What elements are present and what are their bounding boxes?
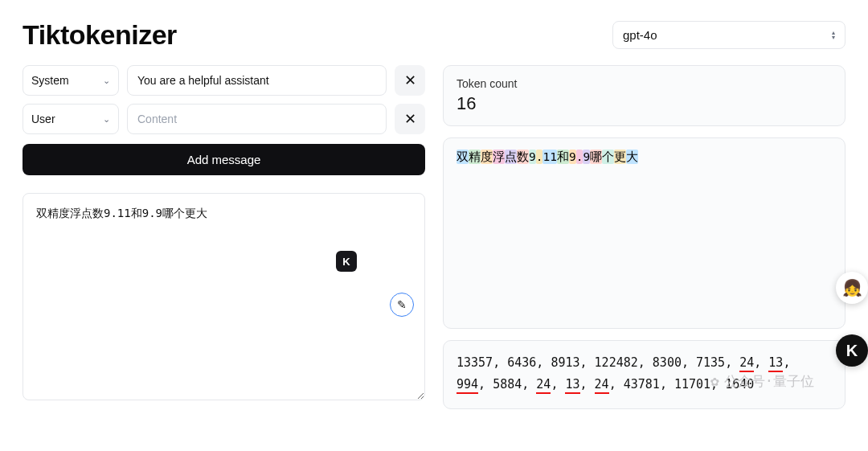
wand-icon: ✎ [397,298,407,311]
message-row: System ⌄ ✕ [23,65,425,96]
add-message-button[interactable]: Add message [23,144,425,175]
remove-message-button[interactable]: ✕ [395,65,425,96]
token-id: 11701 [674,377,710,392]
token-id: 994 [457,377,478,394]
close-icon: ✕ [404,72,416,89]
token-id: 24 [595,377,609,394]
token-count-value: 16 [457,93,832,114]
token-ids-list: 13357, 6436, 8913, 122482, 8300, 7135, 2… [457,352,832,396]
message-row: User ⌄ ✕ [23,104,425,134]
viz-token: 和 [557,150,569,164]
viz-token: 精 [469,150,481,164]
role-select-value: System [31,74,69,87]
token-id: 122482 [595,355,638,370]
assistant-avatar-float[interactable]: 👧 [836,272,868,304]
token-count-label: Token count [457,77,832,90]
viz-token: 双 [457,150,469,164]
viz-token: 哪 [590,150,602,164]
token-id: 13 [768,355,783,372]
token-id: 5884 [493,377,522,392]
viz-token: 更 [614,150,626,164]
role-select-value: User [31,113,55,125]
token-id: 13357 [457,355,493,370]
kimi-float-button[interactable]: K [836,334,868,367]
viz-token: 大 [626,150,638,164]
viz-token: 9 [583,150,590,164]
kimi-badge-label: K [342,256,350,268]
viz-token: 9 [569,150,576,164]
role-select-system[interactable]: System ⌄ [23,65,119,96]
remove-message-button[interactable]: ✕ [395,104,425,134]
viz-token: 度 [481,150,493,164]
close-icon: ✕ [404,110,416,128]
kimi-badge[interactable]: K [336,251,357,272]
chevron-down-icon: ⌄ [103,114,110,125]
token-id: 8300 [653,355,682,370]
viz-token: 数 [517,150,529,164]
raw-text-input[interactable] [23,193,425,400]
token-id: 43781 [624,377,660,392]
message-content-input[interactable] [127,104,387,134]
message-content-input[interactable] [127,65,387,96]
magic-wand-button[interactable]: ✎ [390,293,414,317]
token-count-card: Token count 16 [443,65,845,126]
token-id: 1640 [725,377,754,392]
viz-token: 个 [602,150,614,164]
token-id: 8913 [551,355,579,370]
token-visualization-card: 双精度浮点数9.11和9.9哪个更大 [443,137,845,329]
viz-token: 浮 [493,150,505,164]
model-select-value: gpt-4o [623,28,657,42]
chevron-down-icon: ⌄ [103,76,110,86]
token-ids-card: 13357, 6436, 8913, 122482, 8300, 7135, 2… [443,340,845,409]
viz-token: 11 [542,150,556,164]
viz-token: 点 [505,150,517,164]
token-id: 7135 [696,355,725,370]
token-visualization: 双精度浮点数9.11和9.9哪个更大 [457,150,832,165]
token-id: 24 [536,377,551,394]
updown-icon: ▴▾ [832,31,835,40]
token-id: 6436 [507,355,536,370]
token-id: 13 [565,377,579,394]
model-select[interactable]: gpt-4o ▴▾ [612,21,845,49]
role-select-user[interactable]: User ⌄ [23,104,119,134]
viz-token: 9 [529,150,536,164]
kimi-float-label: K [846,342,858,360]
token-id: 24 [739,355,754,372]
page-title: Tiktokenizer [23,19,177,51]
avatar-icon: 👧 [842,278,862,297]
